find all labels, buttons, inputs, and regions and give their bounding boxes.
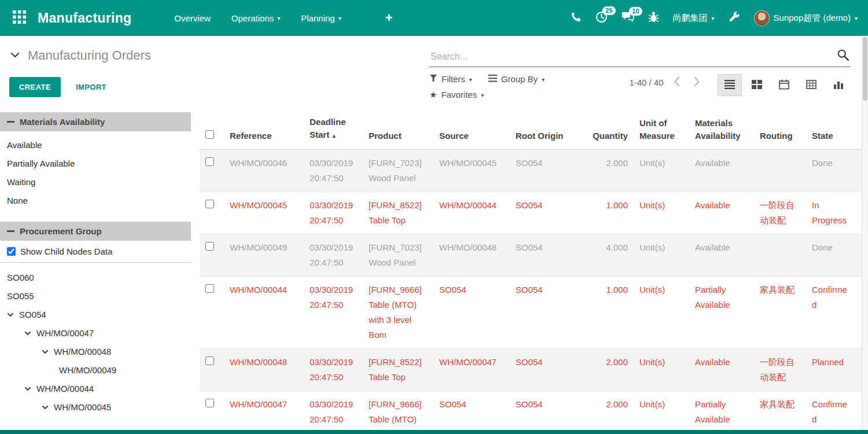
cell-root_origin: SO054 [510,391,585,431]
table-row[interactable]: WH/MO/0004503/30/2019 20:47:50[FURN_8522… [200,192,868,234]
cell-source: WH/MO/00044 [433,192,510,234]
scrollbar-thumb[interactable] [863,37,867,101]
header-quantity[interactable]: Quantity [585,112,634,150]
pager-next-button[interactable] [689,74,705,91]
vertical-scrollbar[interactable] [862,36,868,430]
header-root-origin[interactable]: Root Origin [510,112,585,150]
row-checkbox[interactable] [205,284,214,293]
tree-item[interactable]: WH/MO/00049 [0,361,191,380]
filters-button[interactable]: Filters ▾ [429,74,472,84]
breadcrumb: Manufacturing Orders [9,44,418,67]
breadcrumb-collapse-button[interactable] [9,50,21,61]
table-row[interactable]: WH/MO/0004403/30/2019 20:47:50[FURN_9666… [200,277,868,349]
header-product[interactable]: Product [363,112,433,150]
chevron-down-icon [42,404,49,411]
facet-item[interactable]: Waiting [0,173,191,192]
header-source[interactable]: Source [433,112,510,150]
table-row[interactable]: WH/MO/0004803/30/2019 20:47:50[FURN_8522… [200,349,868,391]
cell-routing [754,234,806,277]
cell-product: [FURN_9666] Table (MTO) with 3 level Bom [363,277,433,349]
header-uom[interactable]: Unit of Measure [634,112,689,150]
header-quantity-label: Quantity [593,131,628,141]
facet-item[interactable]: Available [0,136,191,155]
content-area: Materials Availability AvailablePartiall… [0,106,868,430]
table-row[interactable]: WH/MO/0004603/30/2019 20:47:50[FURN_7023… [200,150,868,192]
company-name: 尚鹏集团 [673,13,708,24]
cell-routing [754,150,806,192]
tree-item[interactable]: WH/MO/00044 [0,380,191,398]
table-row[interactable]: WH/MO/0004903/30/2019 20:47:50[FURN_7023… [200,234,868,277]
header-availability[interactable]: Materials Availability [689,112,754,150]
messages-button[interactable]: 10 [621,12,634,24]
cell-deadline: 03/30/2019 20:47:50 [304,234,363,277]
header-deadline-start[interactable]: Deadline Start▲ [304,112,363,150]
tree-item[interactable]: SO055 [0,287,191,306]
chevron-down-icon [42,348,49,355]
row-checkbox[interactable] [205,200,214,208]
header-routing[interactable]: Routing [754,112,806,150]
search-button[interactable] [837,49,849,63]
chevron-down-icon: ▾ [469,77,472,83]
collapse-minus-icon[interactable] [7,121,14,123]
user-menu[interactable]: Sunpop超管 (demo) ▾ [754,10,858,26]
header-reference[interactable]: Reference [224,112,304,150]
view-list-button[interactable] [718,74,742,96]
procurement-section-title: Procurement Group [20,226,102,236]
phone-button[interactable] [571,12,582,24]
group-by-button[interactable]: Group By ▾ [488,74,545,84]
orders-tbody: WH/MO/0004603/30/2019 20:47:50[FURN_7023… [200,150,868,431]
menu-planning[interactable]: Planning▾ [301,13,341,23]
view-kanban-button[interactable] [745,74,769,96]
table-row[interactable]: WH/MO/0004703/30/2019 20:47:50[FURN_9666… [200,391,868,431]
search-input[interactable] [429,48,851,67]
menu-operations[interactable]: Operations▾ [231,13,280,23]
tree-item[interactable]: WH/MO/00048 [0,343,191,361]
quick-create-button[interactable]: + [385,12,393,24]
activities-button[interactable]: 25 [595,11,608,25]
apps-grid-icon [13,10,26,25]
tree-item[interactable]: WH/MO/00045 [0,398,191,417]
show-child-nodes-label: Show Child Nodes Data [20,247,112,256]
create-button[interactable]: CREATE [9,77,61,97]
header-state[interactable]: State [806,112,857,150]
row-select-cell [200,277,224,349]
sort-asc-icon: ▲ [331,133,337,139]
row-checkbox[interactable] [205,356,214,365]
collapse-minus-icon[interactable] [7,230,14,232]
chevron-down-icon [24,385,31,392]
cell-root_origin: SO054 [510,234,585,277]
favorites-button[interactable]: ★ Favorites ▾ [429,90,484,100]
menu-overview[interactable]: Overview [174,13,211,23]
company-switcher[interactable]: 尚鹏集团 ▾ [673,13,715,24]
row-checkbox[interactable] [205,399,214,407]
activities-badge: 25 [602,6,615,15]
tree-item-label: SO055 [7,287,34,306]
import-button[interactable]: IMPORT [76,83,106,91]
topbar-system-tray: 25 10 尚鹏集团 ▾ [571,10,858,26]
view-calendar-button[interactable] [772,74,796,96]
row-checkbox[interactable] [205,157,214,166]
bug-icon [648,11,659,25]
show-child-nodes-checkbox[interactable] [7,247,16,256]
group-by-bars-icon [488,74,497,84]
facet-item[interactable]: None [0,192,191,210]
cell-availability: Partially Available [689,391,754,431]
graph-view-icon [834,80,843,91]
debug-button[interactable] [648,11,659,25]
pager: 1-40 / 40 [628,74,705,91]
tree-item[interactable]: SO060 [0,269,191,287]
tree-item-label: SO060 [7,269,34,287]
facet-item[interactable]: Partially Available [0,155,191,173]
settings-button[interactable] [729,12,740,25]
calendar-view-icon [779,79,789,91]
cell-availability: Partially Available [689,277,754,349]
tree-item[interactable]: SO054 [0,306,191,324]
select-all-checkbox[interactable] [205,130,214,139]
view-graph-button[interactable] [826,74,851,96]
pager-previous-button[interactable] [669,74,685,91]
tree-item[interactable]: WH/MO/00047 [0,324,191,343]
view-pivot-button[interactable] [799,74,823,96]
apps-menu-button[interactable] [10,8,28,28]
kanban-view-icon [752,80,762,91]
row-checkbox[interactable] [205,242,214,251]
